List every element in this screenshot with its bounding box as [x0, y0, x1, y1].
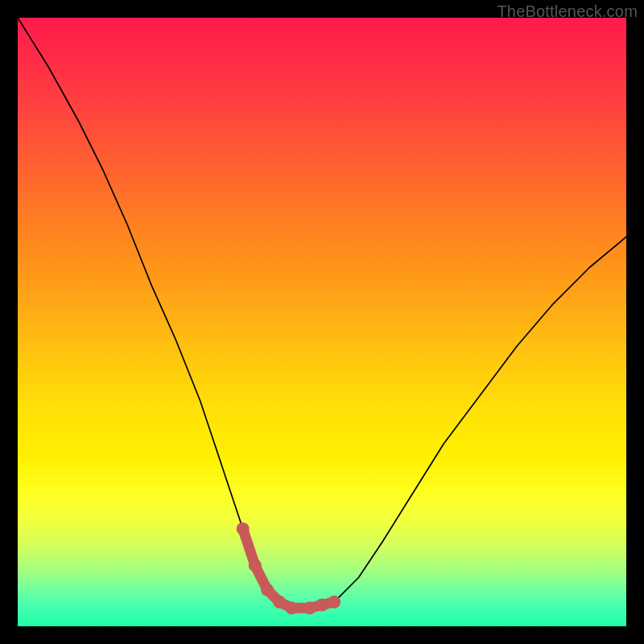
bottleneck-curve: [18, 18, 626, 608]
marker-dot: [328, 596, 341, 609]
watermark-text: TheBottleneck.com: [497, 2, 638, 21]
marker-dot: [285, 601, 298, 614]
chart-frame: TheBottleneck.com: [0, 0, 644, 644]
marker-dot: [261, 584, 274, 597]
plot-area: [18, 18, 626, 626]
marker-dot: [237, 522, 250, 535]
marker-dot: [273, 596, 286, 609]
chart-svg: [18, 18, 626, 626]
marker-dot: [249, 559, 262, 572]
marker-dot: [303, 601, 316, 614]
marker-dot: [316, 599, 328, 612]
